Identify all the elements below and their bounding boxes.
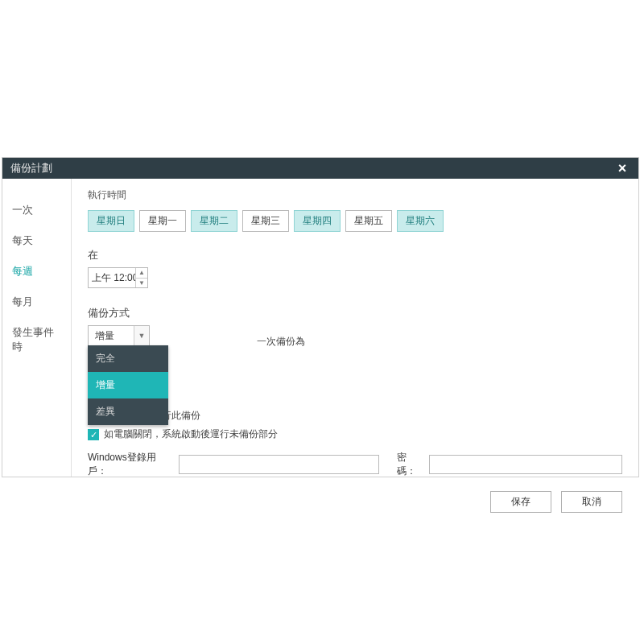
windows-user-label: Windows登錄用戶： bbox=[88, 451, 175, 478]
day-monday[interactable]: 星期一 bbox=[139, 210, 186, 232]
day-saturday[interactable]: 星期六 bbox=[397, 210, 444, 232]
sidebar-item-onevent[interactable]: 發生事件時 bbox=[2, 317, 71, 362]
weekday-selector: 星期日 星期一 星期二 星期三 星期四 星期五 星期六 bbox=[88, 210, 622, 232]
sidebar-item-label: 每天 bbox=[12, 234, 33, 246]
day-thursday[interactable]: 星期四 bbox=[294, 210, 341, 232]
time-spinners: ▲ ▼ bbox=[135, 268, 147, 287]
dropdown-option-incremental[interactable]: 增量 bbox=[88, 372, 168, 398]
dialog-buttons: 保存 取消 bbox=[88, 491, 622, 513]
chevron-down-icon[interactable]: ▼ bbox=[134, 326, 149, 345]
backup-plan-dialog: 備份計劃 × 一次 每天 每週 每月 發生事件時 執行時間 星期日 星期一 星期… bbox=[2, 157, 639, 477]
close-icon[interactable]: × bbox=[614, 158, 630, 179]
sidebar-item-label: 發生事件時 bbox=[12, 326, 54, 353]
sidebar-item-label: 每月 bbox=[12, 295, 33, 308]
run-time-label: 執行時間 bbox=[88, 188, 622, 202]
sidebar-item-weekly[interactable]: 每週 bbox=[2, 256, 71, 287]
run-missed-option[interactable]: ✓ 如電腦關閉，系統啟動後運行未備份部分 bbox=[88, 427, 622, 441]
dropdown-option-differential[interactable]: 差異 bbox=[88, 398, 168, 425]
backup-method-label: 備份方式 bbox=[88, 306, 622, 320]
spinner-up-icon[interactable]: ▲ bbox=[136, 268, 147, 279]
method-suffix-text: 一次備份為 bbox=[257, 335, 305, 349]
dialog-titlebar: 備份計劃 × bbox=[2, 158, 638, 179]
time-picker[interactable]: 上午 12:00 ▲ ▼ bbox=[88, 267, 148, 288]
sidebar-item-once[interactable]: 一次 bbox=[2, 195, 71, 225]
password-input[interactable] bbox=[429, 455, 622, 474]
dialog-title: 備份計劃 bbox=[10, 158, 52, 179]
sidebar-item-label: 每週 bbox=[12, 265, 33, 277]
day-wednesday[interactable]: 星期三 bbox=[242, 210, 289, 232]
schedule-type-sidebar: 一次 每天 每週 每月 發生事件時 bbox=[2, 179, 72, 477]
sidebar-item-monthly[interactable]: 每月 bbox=[2, 287, 71, 317]
password-label: 密碼： bbox=[397, 451, 426, 478]
credentials-row: Windows登錄用戶： 密碼： bbox=[88, 451, 622, 478]
cancel-button[interactable]: 取消 bbox=[561, 491, 622, 513]
at-label: 在 bbox=[88, 248, 622, 262]
main-panel: 執行時間 星期日 星期一 星期二 星期三 星期四 星期五 星期六 在 上午 12… bbox=[72, 179, 638, 477]
combo-value: 增量 bbox=[89, 326, 134, 345]
sidebar-item-daily[interactable]: 每天 bbox=[2, 225, 71, 256]
spinner-down-icon[interactable]: ▼ bbox=[136, 279, 147, 288]
day-tuesday[interactable]: 星期二 bbox=[191, 210, 237, 232]
time-value[interactable]: 上午 12:00 bbox=[89, 268, 135, 287]
backup-method-dropdown: 完全 增量 差異 bbox=[88, 345, 168, 425]
day-sunday[interactable]: 星期日 bbox=[88, 210, 134, 232]
windows-user-input[interactable] bbox=[179, 455, 380, 474]
missed-label: 如電腦關閉，系統啟動後運行未備份部分 bbox=[104, 427, 278, 441]
sidebar-item-label: 一次 bbox=[12, 204, 33, 216]
dropdown-option-full[interactable]: 完全 bbox=[88, 345, 168, 372]
save-button[interactable]: 保存 bbox=[490, 491, 551, 513]
day-friday[interactable]: 星期五 bbox=[345, 210, 392, 232]
backup-method-combo[interactable]: 增量 ▼ 完全 增量 差異 bbox=[88, 325, 150, 346]
checkbox-checked-icon[interactable]: ✓ bbox=[88, 429, 99, 440]
